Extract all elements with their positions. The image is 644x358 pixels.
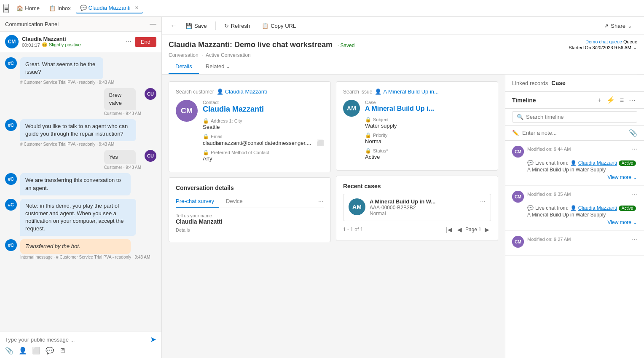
copy-icon: 📋 bbox=[262, 23, 268, 29]
subject-field: 🔒 Subject Water supply bbox=[365, 117, 491, 129]
search-issue-row: Search issue 👤 A Mineral Build Up in... bbox=[343, 88, 491, 95]
tab-inbox[interactable]: 📋 Inbox bbox=[45, 3, 75, 13]
attach-note-button[interactable]: 📎 bbox=[629, 129, 637, 137]
tab-home[interactable]: 🏠 Home bbox=[12, 3, 44, 13]
filter-timeline-button[interactable]: ⚡ bbox=[605, 95, 617, 105]
right-panel: Linked records Case Timeline + ⚡ ≡ ⋯ 🔍 bbox=[505, 75, 644, 358]
message-bubble: We are transferring this conversation to… bbox=[20, 173, 131, 195]
contact-time: 00:01:17 😊 Slightly positive bbox=[22, 42, 123, 48]
contact-card-inner: CM Contact Claudia Mazzanti 🔒 Address 1:… bbox=[176, 100, 324, 165]
tl-source: 💬 Live chat from: 👤 Claudia Mazzanti Act… bbox=[527, 160, 637, 166]
pagination-count: 1 - 1 of 1 bbox=[343, 227, 363, 232]
timeline-search: 🔍 bbox=[505, 109, 644, 126]
priority-field: 🔒 Priority Normal bbox=[365, 132, 491, 144]
back-button[interactable]: ← bbox=[169, 20, 179, 31]
tl-user-link[interactable]: Claudia Mazzanti bbox=[578, 160, 617, 166]
started-label: Started On bbox=[569, 45, 591, 50]
case-title[interactable]: A Mineral Build Up i... bbox=[365, 105, 491, 112]
copy-email-button[interactable]: ⬜ bbox=[317, 139, 324, 146]
end-button[interactable]: End bbox=[135, 37, 156, 47]
desktop-button[interactable]: 🖥 bbox=[59, 347, 66, 355]
contact-full-name[interactable]: Claudia Mazzanti bbox=[203, 105, 324, 114]
tl-time: Modified on: 9:35 AM bbox=[527, 192, 571, 197]
conv-details-field: Details bbox=[176, 227, 324, 232]
participant-button[interactable]: 👤 bbox=[19, 347, 27, 355]
prev-page-button[interactable]: ◀ bbox=[456, 225, 464, 234]
case-type: Case bbox=[365, 100, 491, 105]
more-timeline-button[interactable]: ⋯ bbox=[627, 95, 637, 105]
share-button[interactable]: ↗ Share ⌄ bbox=[599, 21, 637, 31]
conv-more-button[interactable]: ··· bbox=[318, 198, 324, 206]
search-timeline-input[interactable] bbox=[526, 114, 633, 120]
list-item: Brew valve Customer · 9:43 AM CU bbox=[0, 86, 161, 117]
refresh-button[interactable]: ↻ Refresh bbox=[219, 21, 255, 31]
middle-column: Search issue 👤 A Mineral Build Up in... … bbox=[336, 81, 498, 351]
tl-avatar: CM bbox=[512, 191, 524, 203]
add-timeline-button[interactable]: + bbox=[596, 95, 603, 105]
comm-panel-header: Communication Panel — bbox=[0, 17, 161, 32]
save-button[interactable]: 💾 Save bbox=[180, 21, 212, 31]
customer-card: Search customer 👤 Claudia Mazzanti CM Co… bbox=[169, 81, 331, 172]
note-button[interactable]: 💬 bbox=[46, 347, 54, 355]
view-more-button[interactable]: View more ⌄ bbox=[527, 174, 637, 180]
subject-value: Water supply bbox=[365, 123, 491, 129]
search-customer-label: Search customer bbox=[176, 89, 214, 95]
list-item: CM Modified on: 9:27 AM ⋯ bbox=[505, 231, 644, 256]
livechat-icon: 💬 bbox=[527, 160, 534, 166]
queue-link[interactable]: Demo chat queue bbox=[585, 39, 622, 44]
tab-details[interactable]: Details bbox=[169, 60, 199, 74]
tl-more-button[interactable]: ⋯ bbox=[632, 146, 637, 152]
minimize-button[interactable]: — bbox=[150, 20, 156, 28]
issue-link[interactable]: 👤 A Mineral Build Up in... bbox=[375, 88, 439, 95]
next-page-button[interactable]: ▶ bbox=[483, 225, 491, 234]
chat-input[interactable] bbox=[5, 337, 147, 343]
tab-device[interactable]: Device bbox=[226, 195, 248, 208]
case-details: Case A Mineral Build Up i... 🔒 Subject W… bbox=[365, 100, 491, 163]
more-options-button[interactable]: ··· bbox=[126, 38, 131, 45]
list-item: #C Note: in this demo, you play the part… bbox=[0, 197, 161, 238]
agent-icon: #C bbox=[5, 119, 17, 131]
screen-button[interactable]: ⬜ bbox=[32, 347, 40, 355]
close-tab-icon[interactable]: ✕ bbox=[135, 5, 139, 11]
tab-claudia[interactable]: 💬 Claudia Mazzanti ✕ bbox=[76, 3, 143, 13]
conv-tabs: Pre-chat survey Device ··· bbox=[176, 195, 324, 208]
copy-url-button[interactable]: 📋 Copy URL bbox=[257, 21, 301, 31]
left-column: Search customer 👤 Claudia Mazzanti CM Co… bbox=[169, 81, 331, 351]
tl-description: A Mineral Build Up in Water Supply bbox=[527, 167, 637, 173]
search-issue-label: Search issue bbox=[343, 89, 372, 95]
message-meta: # Customer Service Trial PVA - readonly … bbox=[20, 142, 156, 147]
tab-pre-chat[interactable]: Pre-chat survey bbox=[176, 195, 219, 208]
send-button[interactable]: ➤ bbox=[150, 335, 156, 344]
recent-case-name[interactable]: A Mineral Build Up in W... bbox=[370, 198, 476, 205]
address-field: 🔒 Address 1: City Seattle bbox=[203, 118, 324, 130]
tl-more-button[interactable]: ⋯ bbox=[632, 191, 637, 197]
tl-user-link[interactable]: Claudia Mazzanti bbox=[578, 205, 617, 211]
tl-more-button[interactable]: ⋯ bbox=[632, 236, 637, 242]
tl-source: 💬 Live chat from: 👤 Claudia Mazzanti Act… bbox=[527, 205, 637, 211]
first-page-button[interactable]: |◀ bbox=[444, 225, 454, 234]
case-badge: Case bbox=[551, 80, 565, 86]
page-title: Claudia Mazzanti: Demo live chat workstr… bbox=[169, 40, 333, 49]
recent-case-avatar: AM bbox=[349, 198, 365, 215]
saved-badge: · Saved bbox=[338, 43, 355, 48]
case-more-button[interactable]: ⋯ bbox=[480, 198, 486, 205]
agent-icon: #C bbox=[5, 199, 17, 211]
attach-button[interactable]: 📎 bbox=[5, 347, 13, 355]
hamburger-menu[interactable]: ≡ bbox=[3, 4, 9, 13]
top-bar: ≡ 🏠 Home 📋 Inbox 💬 Claudia Mazzanti ✕ bbox=[0, 0, 644, 17]
tl-content: 💬 Live chat from: 👤 Claudia Mazzanti Act… bbox=[512, 205, 637, 225]
list-view-button[interactable]: ≡ bbox=[618, 95, 625, 105]
conv-section-title: Conversation details bbox=[176, 184, 324, 191]
lock-icon: 🔒 bbox=[203, 118, 209, 124]
status-field: 🔒 Status* Active bbox=[365, 148, 491, 160]
inbox-icon: 📋 bbox=[49, 5, 56, 11]
tab-related[interactable]: Related ⌄ bbox=[199, 60, 237, 74]
message-bubble: Would you like to talk to an agent who c… bbox=[20, 119, 136, 141]
chat-icon: 💬 bbox=[80, 5, 87, 11]
contact-info: Claudia Mazzanti 00:01:17 😊 Slightly pos… bbox=[22, 36, 123, 48]
customer-link[interactable]: 👤 Claudia Mazzanti bbox=[217, 88, 267, 95]
note-input[interactable] bbox=[522, 128, 625, 138]
expand-button[interactable]: ⌄ bbox=[633, 44, 637, 51]
view-more-button[interactable]: View more ⌄ bbox=[527, 219, 637, 225]
contact-type: Contact bbox=[203, 100, 324, 105]
